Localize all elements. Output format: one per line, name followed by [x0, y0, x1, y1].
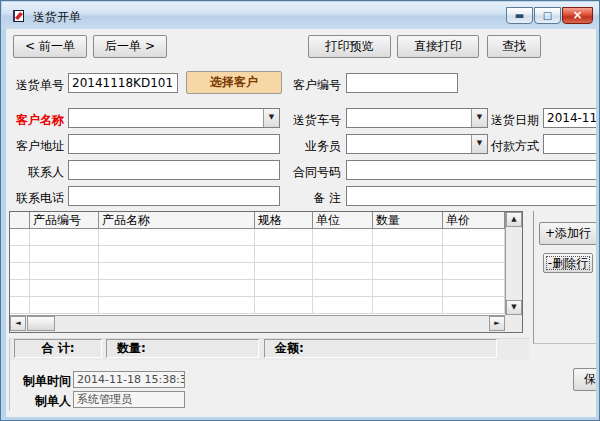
creator-field: 系统管理员 [73, 391, 185, 408]
vertical-scrollbar[interactable]: ▲ ▼ [505, 212, 522, 315]
grid-cell[interactable] [255, 229, 313, 246]
amount-total-label: 金额: [264, 339, 497, 358]
print-preview-button[interactable]: 打印预览 [308, 35, 391, 58]
grid-cell[interactable] [99, 246, 255, 263]
close-button[interactable]: × [562, 7, 593, 24]
table-row[interactable] [10, 297, 522, 314]
col-header-quantity: 数量 [373, 212, 443, 229]
delivery-no-input[interactable] [68, 73, 178, 93]
grid-cell[interactable] [99, 297, 255, 314]
scroll-left-icon[interactable]: ◄ [10, 316, 26, 331]
delivery-date-input[interactable] [543, 108, 600, 128]
customer-no-label: 客户编号 [293, 77, 341, 94]
grid-cell[interactable] [99, 229, 255, 246]
grid-cell[interactable] [373, 229, 443, 246]
product-grid: 产品编号 产品名称 规格 单位 数量 单价 [9, 211, 523, 333]
contract-no-label: 合同号码 [293, 164, 341, 181]
grid-cell[interactable] [313, 229, 373, 246]
grid-cell[interactable] [99, 280, 255, 297]
grid-cell[interactable] [255, 280, 313, 297]
grid-cell[interactable] [443, 263, 505, 280]
remark-label: 备 注 [293, 190, 341, 207]
table-row[interactable] [10, 263, 522, 280]
footer-panel-edge [9, 338, 10, 411]
grid-cell[interactable] [99, 263, 255, 280]
grid-cell[interactable] [373, 297, 443, 314]
grid-cell[interactable] [443, 297, 505, 314]
maximize-button[interactable]: □ [534, 7, 561, 24]
col-header-spec: 规格 [255, 212, 313, 229]
chevron-down-icon[interactable]: ▼ [471, 109, 487, 127]
quantity-total-label: 数量: [106, 339, 259, 358]
grid-cell[interactable] [30, 297, 99, 314]
col-header-product-code: 产品编号 [30, 212, 99, 229]
grid-cell[interactable] [30, 280, 99, 297]
contract-no-input[interactable] [346, 160, 598, 180]
table-row[interactable] [10, 229, 522, 246]
add-row-button[interactable]: +添加行 [539, 222, 597, 245]
grid-cell[interactable] [10, 280, 30, 297]
payment-method-label: 付款方式 [491, 138, 539, 155]
grid-cell[interactable] [30, 246, 99, 263]
grid-header-row: 产品编号 产品名称 规格 单位 数量 单价 [10, 212, 522, 229]
grid-cell[interactable] [443, 229, 505, 246]
grid-cell[interactable] [373, 280, 443, 297]
scroll-down-icon[interactable]: ▼ [506, 300, 522, 315]
phone-label: 联系电话 [11, 190, 64, 207]
col-header-product-name: 产品名称 [99, 212, 255, 229]
customer-name-combobox[interactable]: ▼ [68, 108, 280, 128]
vehicle-no-combobox[interactable]: ▼ [346, 108, 488, 128]
total-label: 合 计: [14, 339, 102, 358]
customer-address-input[interactable] [68, 134, 280, 154]
app-icon [11, 8, 27, 24]
grid-cell[interactable] [30, 263, 99, 280]
grid-cell[interactable] [255, 246, 313, 263]
delivery-date-label: 送货日期 [491, 112, 539, 129]
minimize-button[interactable]: ▬ [506, 7, 533, 24]
grid-cell[interactable] [313, 246, 373, 263]
grid-cell[interactable] [443, 246, 505, 263]
next-order-button[interactable]: 后一单 > [93, 35, 167, 58]
window-frame-bottom [2, 417, 600, 421]
select-customer-button[interactable]: 选择客户 [186, 71, 282, 94]
contact-input[interactable] [68, 160, 280, 180]
chevron-down-icon[interactable]: ▼ [471, 135, 487, 153]
customer-no-input[interactable] [346, 73, 458, 93]
table-row[interactable] [10, 280, 522, 297]
delete-row-button[interactable]: -删除行 [543, 253, 593, 273]
find-button[interactable]: 查找 [487, 35, 541, 58]
remark-input[interactable] [346, 186, 598, 206]
table-row[interactable] [10, 246, 522, 263]
grid-cell[interactable] [255, 263, 313, 280]
grid-cell[interactable] [443, 280, 505, 297]
grid-cell[interactable] [313, 297, 373, 314]
grid-cell[interactable] [10, 229, 30, 246]
grid-cell[interactable] [10, 297, 30, 314]
grid-cell[interactable] [10, 263, 30, 280]
grid-cell[interactable] [255, 297, 313, 314]
scrollbar-thumb[interactable] [27, 316, 55, 331]
col-header-unit: 单位 [313, 212, 373, 229]
col-header-unit-price: 单价 [443, 212, 505, 229]
prev-order-button[interactable]: < 前一单 [13, 35, 87, 58]
vehicle-no-label: 送货车号 [293, 112, 341, 129]
grid-cell[interactable] [313, 263, 373, 280]
horizontal-scrollbar[interactable]: ◄ ► [10, 315, 505, 332]
scroll-up-icon[interactable]: ▲ [506, 212, 522, 227]
window-title: 送货开单 [33, 9, 81, 26]
phone-input[interactable] [68, 186, 280, 206]
grid-cell[interactable] [313, 280, 373, 297]
grid-cell[interactable] [373, 246, 443, 263]
chevron-down-icon[interactable]: ▼ [263, 109, 279, 127]
grid-cell[interactable] [30, 229, 99, 246]
scrollbar-corner [505, 315, 522, 332]
delivery-no-label: 送货单号 [11, 77, 64, 94]
grid-cell[interactable] [373, 263, 443, 280]
payment-method-input[interactable] [543, 134, 600, 154]
salesperson-combobox[interactable]: ▼ [346, 134, 488, 154]
grid-cell[interactable] [10, 246, 30, 263]
created-time-field: 2014-11-18 15:38:39 [73, 371, 185, 388]
salesperson-label: 业务员 [293, 138, 341, 155]
scroll-right-icon[interactable]: ► [489, 316, 505, 331]
direct-print-button[interactable]: 直接打印 [397, 35, 479, 58]
